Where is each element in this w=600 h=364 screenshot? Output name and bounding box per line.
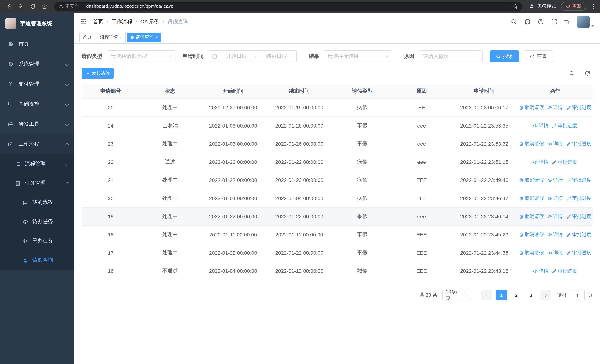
tab-process-detail[interactable]: 流程详情 × — [97, 32, 126, 42]
approval-progress-label: 审批进度 — [558, 268, 577, 274]
approval-progress-link[interactable]: 审批进度 — [566, 177, 591, 184]
approval-progress-link[interactable]: 审批进度 — [566, 250, 591, 256]
goto-page-input[interactable] — [570, 290, 585, 300]
sidebar-item-label: 已办任务 — [32, 238, 53, 244]
breadcrumb-item[interactable]: OA 示例 — [141, 18, 159, 25]
cancel-leave-link[interactable]: 取消请假 — [519, 177, 544, 184]
sidebar-collapse-icon[interactable] — [80, 18, 87, 25]
approval-progress-link[interactable]: 审批进度 — [566, 195, 591, 202]
fullscreen-icon[interactable] — [551, 19, 557, 25]
detail-link[interactable]: 详情 — [547, 231, 563, 238]
sidebar-item-process-mgmt[interactable]: 流程管理 — [0, 154, 74, 173]
browser-menu-icon[interactable]: ⋮ — [591, 3, 596, 10]
cell-applied: 2022-01-22 23:46:47 — [451, 195, 517, 201]
refresh-table-icon[interactable] — [584, 70, 590, 76]
tab-label: 首页 — [83, 34, 92, 40]
sidebar-item-label: 支付管理 — [19, 81, 39, 87]
pagination: 共 23 条 10条/页 ‹ 1 2 3 › 前往 页 — [82, 290, 593, 300]
cell-status: 处理中 — [140, 104, 200, 111]
sidebar-item-infrastructure[interactable]: 基础设施 — [0, 94, 74, 114]
detail-link[interactable]: 详情 — [533, 159, 548, 165]
home-icon[interactable] — [39, 1, 50, 11]
leave-table: 申请编号 状态 开始时间 结束时间 请假类型 原因 申请时间 操作 25 处理中… — [82, 84, 593, 280]
search-button[interactable]: 搜索 — [490, 50, 519, 62]
detail-link[interactable]: 详情 — [547, 104, 563, 111]
back-icon[interactable] — [4, 1, 14, 11]
help-icon[interactable] — [538, 19, 544, 25]
sidebar-item-devtools[interactable]: 研发工具 — [0, 114, 74, 134]
forward-icon[interactable] — [16, 1, 26, 11]
prev-page-button[interactable]: ‹ — [481, 290, 492, 300]
approval-progress-link[interactable]: 审批进度 — [552, 268, 577, 274]
page-size-select[interactable]: 10条/页 — [442, 290, 477, 300]
reset-button[interactable]: 重置 — [524, 50, 553, 62]
close-icon[interactable]: × — [155, 35, 158, 39]
sidebar-item-system[interactable]: ⚙ 系统管理 — [0, 54, 74, 74]
detail-link[interactable]: 详情 — [533, 122, 548, 129]
not-secure-label[interactable]: 不安全 — [65, 3, 79, 9]
detail-link[interactable]: 详情 — [533, 268, 548, 274]
sidebar-item-task-mgmt[interactable]: 任务管理 — [0, 173, 74, 193]
detail-link[interactable]: 详情 — [547, 250, 563, 256]
tab-home[interactable]: 首页 — [79, 32, 95, 42]
github-icon[interactable] — [524, 18, 531, 25]
url-text[interactable]: dashboard.yudao.iocoder.cn/bpm/oa/leave — [86, 4, 173, 9]
update-label: 更新 — [572, 3, 581, 9]
cell-actions: 取消请假 详情 审批进度 — [517, 177, 593, 184]
user-menu[interactable] — [577, 15, 594, 28]
result-select[interactable]: 请选择流结果 — [324, 50, 392, 62]
page-button-3[interactable]: 3 — [525, 290, 537, 300]
cancel-leave-link[interactable]: 取消请假 — [519, 231, 544, 238]
font-size-icon[interactable]: TT — [564, 19, 570, 24]
detail-link[interactable]: 详情 — [547, 140, 563, 147]
reason-input[interactable] — [423, 53, 478, 59]
cell-applied: 2022-01-22 23:53:35 — [451, 123, 517, 129]
toggle-search-icon[interactable] — [569, 70, 575, 76]
cell-status: 处理中 — [140, 250, 200, 256]
sidebar-item-my-process[interactable]: 我的流程 — [0, 193, 74, 212]
tab-leave-query[interactable]: 请假查询 × — [128, 32, 161, 42]
approval-progress-link[interactable]: 审批进度 — [566, 104, 591, 111]
detail-link[interactable]: 详情 — [547, 195, 563, 202]
approval-progress-link[interactable]: 审批进度 — [566, 231, 591, 238]
refresh-icon[interactable] — [28, 1, 38, 11]
create-leave-button[interactable]: ＋ 发起请假 — [82, 68, 114, 79]
cancel-leave-label: 取消请假 — [525, 250, 544, 256]
next-page-button[interactable]: › — [540, 290, 552, 300]
sidebar-item-home[interactable]: 首页 — [0, 34, 74, 54]
approval-progress-link[interactable]: 审批进度 — [552, 122, 577, 129]
breadcrumb-item[interactable]: 工作流程 — [112, 18, 132, 25]
approval-progress-link[interactable]: 审批进度 — [566, 213, 591, 220]
eye-icon — [22, 219, 28, 224]
sidebar-item-payment[interactable]: ¥ 支付管理 — [0, 74, 74, 94]
app-logo[interactable]: 芋道管理系统 — [0, 13, 74, 34]
avatar[interactable] — [577, 15, 590, 28]
leave-type-select[interactable]: 请选择请假类型 — [107, 50, 175, 62]
date-range-picker[interactable]: 开始日期 - 结束日期 — [208, 50, 297, 62]
sidebar-item-workflow[interactable]: 工作流程 — [0, 134, 74, 154]
detail-link[interactable]: 详情 — [547, 177, 563, 184]
detail-link[interactable]: 详情 — [547, 213, 563, 220]
cancel-leave-link[interactable]: 取消请假 — [519, 195, 544, 202]
close-icon[interactable]: × — [120, 35, 122, 39]
sidebar-item-todo-tasks[interactable]: 待办任务 — [0, 212, 74, 231]
sidebar-item-label: 研发工具 — [19, 121, 39, 128]
cancel-leave-link[interactable]: 取消请假 — [519, 213, 544, 220]
page-button-2[interactable]: 2 — [511, 290, 522, 300]
approval-progress-link[interactable]: 审批进度 — [566, 140, 591, 147]
cancel-leave-link[interactable]: 取消请假 — [519, 250, 544, 256]
approval-progress-link[interactable]: 审批进度 — [552, 159, 577, 165]
cancel-leave-link[interactable]: 取消请假 — [519, 104, 544, 111]
breadcrumb-item[interactable]: 首页 — [93, 18, 103, 25]
update-button[interactable]: 更新 — [561, 2, 586, 11]
address-bar[interactable]: 不安全 dashboard.yudao.iocoder.cn/bpm/oa/le… — [54, 2, 523, 11]
sidebar-item-done-tasks[interactable]: 已办任务 — [0, 231, 74, 251]
bookmark-star-icon[interactable] — [513, 3, 518, 9]
table-body: 25 处理中 2021-12-27 00:00:00 2022-01-19 00… — [82, 99, 593, 280]
eye-icon — [547, 196, 552, 201]
sidebar-item-leave-query[interactable]: 请假查询 — [0, 251, 74, 270]
search-icon[interactable] — [510, 19, 517, 25]
table-row: 25 处理中 2021-12-27 00:00:00 2022-01-19 00… — [82, 99, 593, 117]
page-button-1[interactable]: 1 — [496, 290, 507, 300]
cancel-leave-link[interactable]: 取消请假 — [519, 140, 544, 147]
